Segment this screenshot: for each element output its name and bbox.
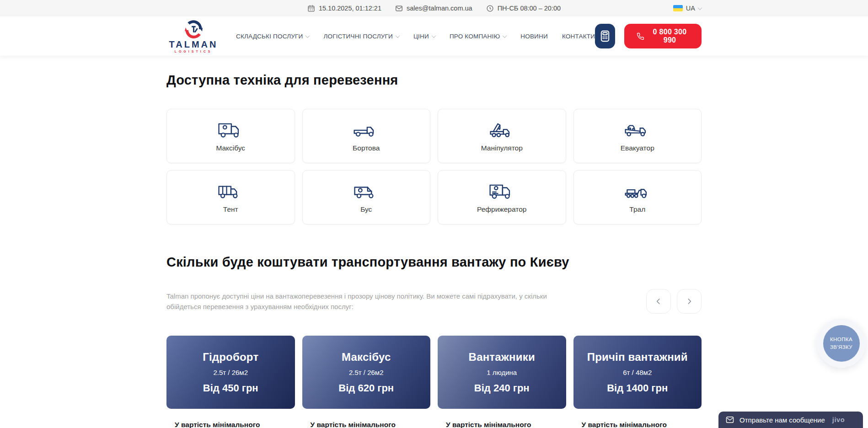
clock-icon — [486, 5, 494, 12]
price-card-photo: Вантажники 1 людина Від 240 грн — [438, 336, 566, 409]
pricing-description: Talman пропонує доступні ціни на вантажо… — [166, 291, 582, 312]
jivo-brand: jivo — [832, 416, 845, 423]
envelope-icon — [395, 5, 403, 12]
chevron-down-icon — [503, 33, 507, 38]
logo-tagline: LOGISTICS — [175, 50, 213, 53]
calculator-icon — [599, 30, 611, 43]
nav-prices[interactable]: ЦІНИ — [413, 33, 435, 40]
chevron-down-icon — [305, 33, 310, 38]
price-card-note: У вартість мінімального замовлення за 45… — [573, 409, 702, 428]
nav-logistic-services[interactable]: ЛОГІСТИЧНІ ПОСЛУГИ — [323, 33, 399, 40]
topbar: 15.10.2025, 01:12:21 sales@talman.com.ua… — [0, 0, 868, 16]
price-card-prychip[interactable]: Причіп вантажний 6т / 48м2 Від 1400 грн … — [573, 336, 702, 428]
nav-about[interactable]: ПРО КОМПАНІЮ — [450, 33, 506, 40]
nav-warehouse-services[interactable]: СКЛАДСЬКІ ПОСЛУГИ — [236, 33, 309, 40]
vehicle-label: Маніпулятор — [481, 144, 523, 152]
tent-truck-icon — [216, 181, 245, 201]
phone-number: 0 800 300 990 — [650, 28, 689, 44]
vehicle-card-maksibus[interactable]: Максібус — [166, 109, 295, 163]
ukraine-flag-icon — [673, 5, 683, 11]
vehicle-card-bortova[interactable]: Бортова — [302, 109, 431, 163]
vehicle-label: Рефрижератор — [477, 205, 526, 214]
carousel-prev-button[interactable] — [646, 289, 671, 314]
pricing-section-title: Скільки буде коштувати транспортування в… — [166, 255, 702, 270]
language-code: UA — [686, 5, 695, 12]
logo-wordmark: TALMAN — [169, 40, 218, 49]
topbar-email[interactable]: sales@talman.com.ua — [395, 5, 472, 12]
van-icon — [352, 181, 381, 201]
chevron-down-icon — [431, 33, 436, 38]
callback-button[interactable]: КНОПКА ЗВ'ЯЗКУ — [817, 319, 866, 368]
vehicle-card-refrigerator[interactable]: Рефрижератор — [438, 170, 566, 225]
price-card-photo: Причіп вантажний 6т / 48м2 Від 1400 грн — [573, 336, 702, 409]
price-card-note: У вартість мінімального замовлення за 45… — [438, 409, 566, 428]
price-card-note: У вартість мінімального замовлення за 45… — [166, 409, 295, 428]
vehicle-card-bus[interactable]: Бус — [302, 170, 431, 225]
chevron-down-icon — [395, 33, 400, 38]
main-content: Доступна техніка для перевезення Максібу… — [166, 56, 702, 428]
vehicle-card-evakuator[interactable]: Евакуатор — [573, 109, 702, 163]
price-card-photo: Гідроборт 2.5т / 26м2 Від 450 грн — [166, 336, 295, 409]
vehicle-label: Максібус — [216, 144, 245, 152]
main-nav: СКЛАДСЬКІ ПОСЛУГИ ЛОГІСТИЧНІ ПОСЛУГИ ЦІН… — [236, 33, 595, 40]
chevron-right-icon — [685, 297, 694, 306]
price-card-photo: Максібус 2.5т / 26м2 Від 620 грн — [302, 336, 431, 409]
vehicles-section-title: Доступна техніка для перевезення — [166, 56, 702, 88]
vehicle-card-manipulator[interactable]: Маніпулятор — [438, 109, 566, 163]
jivo-chat-bar[interactable]: Отправьте нам сообщение jivo — [718, 412, 863, 428]
phone-icon — [637, 32, 644, 41]
refrigerator-truck-icon — [487, 181, 516, 201]
callback-label-line2: ЗВ'ЯЗКУ — [830, 343, 852, 351]
chat-message: Отправьте нам сообщение — [739, 416, 825, 424]
vehicle-label: Евакуатор — [621, 144, 654, 152]
vehicle-card-tral[interactable]: Трал — [573, 170, 702, 225]
chevron-left-icon — [654, 297, 663, 306]
price-card-carousel: Гідроборт 2.5т / 26м2 Від 450 грн У варт… — [166, 336, 702, 428]
talman-logo-emblem-icon — [182, 20, 204, 39]
calendar-icon — [307, 5, 315, 12]
vehicle-label: Тент — [223, 205, 238, 214]
price-card-hidrobort[interactable]: Гідроборт 2.5т / 26м2 Від 450 грн У варт… — [166, 336, 295, 428]
lowloader-truck-icon — [623, 181, 652, 201]
topbar-datetime: 15.10.2025, 01:12:21 — [307, 5, 381, 12]
language-selector[interactable]: UA — [673, 5, 702, 12]
tow-truck-icon — [623, 120, 652, 140]
flatbed-truck-icon — [352, 120, 381, 140]
calculator-button[interactable] — [595, 24, 615, 48]
talman-logo[interactable]: TALMAN LOGISTICS — [166, 20, 220, 53]
vehicle-label: Бус — [360, 205, 372, 214]
nav-contacts[interactable]: КОНТАКТИ — [562, 33, 595, 40]
chat-envelope-icon — [725, 415, 734, 424]
carousel-controls — [646, 289, 702, 314]
vehicle-label: Трал — [629, 205, 645, 214]
crane-truck-icon — [487, 120, 516, 140]
box-van-icon — [216, 120, 245, 140]
callback-label-line1: КНОПКА — [830, 336, 852, 343]
chevron-down-icon — [698, 5, 702, 10]
carousel-next-button[interactable] — [677, 289, 702, 314]
topbar-hours: ПН-СБ 08:00 – 20:00 — [486, 5, 561, 12]
price-card-note: У вартість мінімального замовлення за 45… — [302, 409, 431, 428]
site-header: TALMAN LOGISTICS СКЛАДСЬКІ ПОСЛУГИ ЛОГІС… — [0, 16, 868, 56]
price-card-vantazhnyky[interactable]: Вантажники 1 людина Від 240 грн У вартіс… — [438, 336, 566, 428]
vehicle-card-tent[interactable]: Тент — [166, 170, 295, 225]
price-card-maksibus[interactable]: Максібус 2.5т / 26м2 Від 620 грн У варті… — [302, 336, 431, 428]
phone-button[interactable]: 0 800 300 990 — [624, 24, 702, 48]
vehicle-grid: Максібус Бортова Маніпулятор Евакуатор Т… — [166, 109, 702, 225]
nav-news[interactable]: НОВИНИ — [520, 33, 548, 40]
vehicle-label: Бортова — [353, 144, 380, 152]
